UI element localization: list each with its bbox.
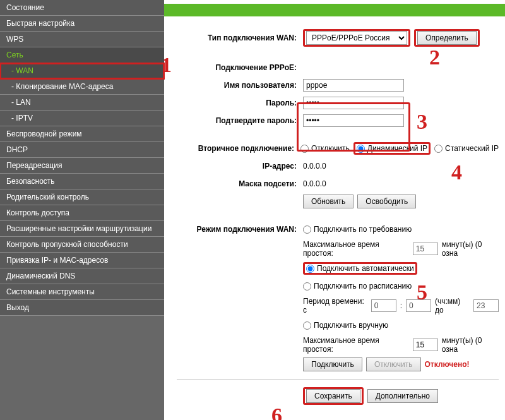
annotation-2: 2	[429, 47, 440, 68]
sidebar-item-10[interactable]: Переадресация	[0, 158, 164, 174]
wan-type-select[interactable]: PPPoE/PPPoE Россия	[306, 31, 407, 45]
main-content: Тип подключения WAN: PPPoE/PPPoE Россия …	[164, 0, 505, 420]
ip-value: 0.0.0.0	[303, 162, 326, 171]
renew-button[interactable]: Обновить	[303, 195, 354, 208]
sidebar-item-14[interactable]: Расширенные настройки маршрутизации	[0, 221, 164, 237]
sidebar-item-13[interactable]: Контроль доступа	[0, 205, 164, 221]
sidebar-item-3[interactable]: Сеть	[0, 47, 164, 63]
idle-input[interactable]	[413, 243, 438, 255]
password-label: Пароль:	[177, 99, 303, 107]
mask-label: Маска подсети:	[177, 179, 303, 188]
sidebar-item-17[interactable]: Динамический DNS	[0, 268, 164, 284]
sidebar-item-12[interactable]: Родительский контроль	[0, 189, 164, 205]
wan-type-label: Тип подключения WAN:	[177, 33, 303, 42]
advanced-button[interactable]: Дополнительно	[367, 389, 438, 403]
sec-disable-radio[interactable]: Отключить	[300, 144, 350, 153]
sidebar-item-6[interactable]: - LAN	[0, 95, 164, 111]
sidebar-item-0[interactable]: Состояние	[0, 0, 164, 16]
auto-radio[interactable]: Подключить автоматически	[306, 264, 414, 273]
sidebar-item-15[interactable]: Контроль пропускной способности	[0, 237, 164, 253]
annotation-4: 4	[451, 162, 462, 183]
on-demand-radio[interactable]: Подключить по требованию	[303, 225, 412, 234]
sidebar-item-1[interactable]: Быстрая настройка	[0, 16, 164, 32]
pppoe-header: Подключение PPPoE:	[177, 63, 303, 72]
schedule-radio[interactable]: Подключить по расписанию	[303, 282, 412, 291]
annotation-1: 1	[164, 54, 172, 76]
detect-button[interactable]: Определить	[417, 31, 477, 45]
sidebar-item-5[interactable]: - Клонирование MAC-адреса	[0, 79, 164, 95]
annotation-6: 6	[271, 405, 282, 420]
header-bar	[164, 4, 505, 16]
idle-label: Максимальное время простоя:	[303, 240, 409, 258]
secondary-label: Вторичное подключение:	[177, 144, 300, 153]
sidebar-item-2[interactable]: WPS	[0, 32, 164, 47]
confirm-label: Подтвердите пароль:	[177, 116, 303, 125]
sidebar-item-11[interactable]: Безопасность	[0, 174, 164, 189]
idle-unit: минут(ы) (0 озна	[442, 240, 499, 258]
idle2-unit: минут(ы) (0 озна	[442, 336, 499, 354]
sidebar-item-7[interactable]: - IPTV	[0, 111, 164, 126]
conn-mode-label: Режим подключения WAN:	[177, 225, 303, 234]
sidebar-item-18[interactable]: Системные инструменты	[0, 284, 164, 300]
password-input[interactable]	[303, 97, 404, 109]
sidebar-item-9[interactable]: DHCP	[0, 142, 164, 158]
period-label: Период времени: с	[303, 297, 367, 315]
sec-static-radio[interactable]: Статический IP	[434, 144, 499, 153]
sec-dynamic-radio[interactable]: Динамический IP	[357, 144, 427, 153]
annotation-3: 3	[417, 111, 427, 133]
username-input[interactable]	[303, 79, 404, 92]
save-button[interactable]: Сохранить	[306, 389, 360, 403]
username-label: Имя пользователя:	[177, 81, 303, 90]
disconnect-button[interactable]: Отключить	[366, 357, 421, 371]
release-button[interactable]: Освободить	[357, 195, 416, 208]
ip-label: IP-адрес:	[177, 162, 303, 171]
sidebar-item-8[interactable]: Беспроводной режим	[0, 126, 164, 142]
connection-status: Отключено!	[425, 360, 470, 369]
period-sep: (чч:мм) до	[435, 297, 470, 315]
sidebar: СостояниеБыстрая настройкаWPSСеть- WAN- …	[0, 0, 164, 420]
sidebar-item-4[interactable]: - WAN	[0, 63, 164, 79]
manual-radio[interactable]: Подключить вручную	[303, 321, 388, 330]
period-from-h[interactable]	[371, 299, 396, 312]
period-to-h[interactable]	[473, 299, 499, 312]
annotation-5: 5	[417, 282, 427, 303]
idle2-input[interactable]	[413, 339, 438, 351]
mask-value: 0.0.0.0	[303, 179, 326, 188]
idle2-label: Максимальное время простоя:	[303, 336, 409, 354]
connect-button[interactable]: Подключить	[303, 357, 362, 371]
sidebar-item-16[interactable]: Привязка IP- и MAC-адресов	[0, 253, 164, 268]
sidebar-item-19[interactable]: Выход	[0, 300, 164, 316]
confirm-password-input[interactable]	[303, 114, 404, 127]
